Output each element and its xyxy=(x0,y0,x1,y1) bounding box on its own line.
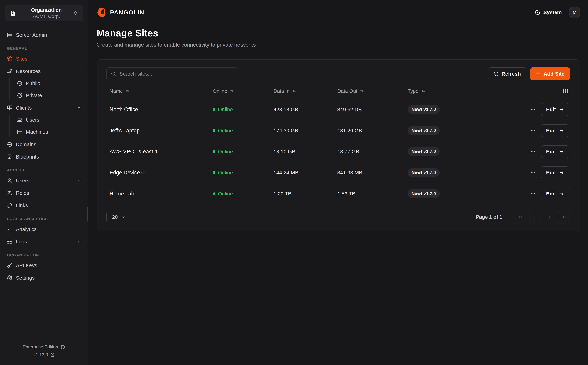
github-icon[interactable] xyxy=(60,344,65,350)
sidebar-item-domains[interactable]: Domains xyxy=(7,139,83,150)
row-menu-icon[interactable] xyxy=(530,126,536,135)
laptop-icon xyxy=(17,117,22,123)
table-row: AWS VPC us-east-1 Online 13.10 GB 18.77 … xyxy=(106,141,570,162)
search-input[interactable] xyxy=(119,71,234,77)
edit-button[interactable]: Edit xyxy=(541,188,569,200)
refresh-icon xyxy=(494,71,499,77)
sort-icon xyxy=(230,89,234,93)
refresh-button[interactable]: Refresh xyxy=(488,67,526,80)
column-header-type[interactable]: Type xyxy=(405,88,498,94)
first-page-button[interactable] xyxy=(515,211,526,223)
sidebar-item-links[interactable]: Links xyxy=(7,200,83,211)
sidebar-item-analytics[interactable]: Analytics xyxy=(7,224,83,235)
main-content: Manage Sites Create and manage sites to … xyxy=(88,25,588,365)
chevron-down-icon xyxy=(77,239,81,244)
sidebar-item-api-keys[interactable]: API Keys xyxy=(7,260,83,271)
chevron-down-icon xyxy=(121,215,126,219)
last-page-button[interactable] xyxy=(558,211,570,223)
arrow-right-icon xyxy=(559,149,564,154)
section-label-access: ACCESS xyxy=(7,168,83,173)
row-menu-icon[interactable] xyxy=(530,190,536,198)
column-header-online[interactable]: Online xyxy=(210,88,270,94)
status-badge: Online xyxy=(210,107,270,112)
online-dot-icon xyxy=(213,150,216,153)
sites-icon xyxy=(7,56,12,62)
arrow-right-icon xyxy=(559,107,564,112)
arrow-right-icon xyxy=(559,170,564,175)
edit-button[interactable]: Edit xyxy=(541,167,569,179)
sidebar-scrollbar-thumb[interactable] xyxy=(87,207,88,221)
status-badge: Online xyxy=(210,149,270,154)
toolbar: Refresh Add Site xyxy=(106,67,570,80)
server-icon xyxy=(7,32,12,38)
logs-icon xyxy=(7,239,12,245)
type-badge: Newt v1.7.0 xyxy=(408,190,440,198)
sidebar-item-clients[interactable]: Clients xyxy=(7,102,83,113)
theme-toggle[interactable]: System xyxy=(535,9,562,15)
column-header-data-out[interactable]: Data Out xyxy=(334,88,405,94)
sidebar-item-resources[interactable]: Resources xyxy=(7,66,83,77)
version-label[interactable]: v1.13.0 xyxy=(33,352,48,358)
status-badge: Online xyxy=(210,170,270,175)
edit-button[interactable]: Edit xyxy=(541,124,569,137)
sidebar-item-server-admin[interactable]: Server Admin xyxy=(7,30,83,40)
sidebar-item-roles[interactable]: Roles xyxy=(7,188,83,198)
column-header-name[interactable]: Name xyxy=(106,88,210,94)
arrow-right-icon xyxy=(559,128,564,133)
sidebar-item-private[interactable]: Private xyxy=(17,90,83,100)
sort-icon xyxy=(292,89,297,93)
sidebar-item-sites[interactable]: Sites xyxy=(7,54,83,64)
plus-icon xyxy=(536,71,541,77)
monitor-up-icon xyxy=(7,105,12,111)
sidebar-item-machines[interactable]: Machines xyxy=(17,127,83,137)
table-row: Home Lab Online 1.20 TB 1.53 TB Newt v1.… xyxy=(106,183,570,204)
table-row: North Office Online 423.13 GB 349.62 DB … xyxy=(106,99,570,120)
column-header-data-in[interactable]: Data In xyxy=(270,88,334,94)
section-label-general: GENERAL xyxy=(7,46,83,51)
sidebar-item-client-users[interactable]: Users xyxy=(17,115,83,125)
sidebar-item-users[interactable]: Users xyxy=(7,175,83,186)
key-icon xyxy=(7,263,12,268)
sidebar-item-logs[interactable]: Logs xyxy=(7,236,83,247)
edit-button[interactable]: Edit xyxy=(541,103,569,116)
org-label: Organization xyxy=(20,7,73,13)
next-page-button[interactable] xyxy=(544,211,555,223)
online-dot-icon xyxy=(213,108,216,111)
row-menu-icon[interactable] xyxy=(530,147,536,156)
pangolin-mark-icon xyxy=(97,7,107,18)
avatar[interactable]: M xyxy=(569,7,581,18)
search-icon xyxy=(111,71,116,77)
chart-line-icon xyxy=(7,226,12,232)
pangolin-logo[interactable]: PANGOLIN xyxy=(97,7,144,18)
user-icon xyxy=(7,178,12,183)
row-menu-icon[interactable] xyxy=(530,105,536,114)
page-subtitle: Create and manage sites to enable connec… xyxy=(97,42,580,48)
topbar: PANGOLIN System M xyxy=(88,0,588,25)
theme-label: System xyxy=(543,9,562,15)
external-link-icon[interactable] xyxy=(50,353,55,357)
sidebar-item-public[interactable]: Public xyxy=(17,78,83,88)
page-size-select[interactable]: 20 xyxy=(106,211,131,223)
column-visibility-icon[interactable] xyxy=(563,88,568,94)
org-selector[interactable]: Organization ACME Corp. xyxy=(5,5,83,21)
type-badge: Newt v1.7.0 xyxy=(408,126,440,135)
edition-label: Enterprise Edition xyxy=(23,344,58,350)
row-menu-icon[interactable] xyxy=(530,168,536,177)
page-title: Manage Sites xyxy=(97,28,580,39)
status-badge: Online xyxy=(210,128,270,133)
chevrons-up-down-icon xyxy=(73,11,78,16)
sort-icon xyxy=(360,89,364,93)
add-site-button[interactable]: Add Site xyxy=(530,67,570,80)
sort-icon xyxy=(125,89,130,93)
prev-page-button[interactable] xyxy=(529,211,541,223)
edit-button[interactable]: Edit xyxy=(541,145,569,158)
clients-subnav: Users Machines xyxy=(9,115,83,137)
pagination: 20 Page 1 of 1 xyxy=(106,211,570,223)
building-icon xyxy=(10,10,16,16)
table-header: Name Online Data In Data Out xyxy=(106,88,570,99)
globe-icon xyxy=(7,142,12,147)
chevron-up-icon xyxy=(77,105,81,110)
sidebar-item-settings[interactable]: Settings xyxy=(7,273,83,283)
chevron-up-icon xyxy=(77,69,81,74)
sidebar-item-blueprints[interactable]: Blueprints xyxy=(7,151,83,162)
